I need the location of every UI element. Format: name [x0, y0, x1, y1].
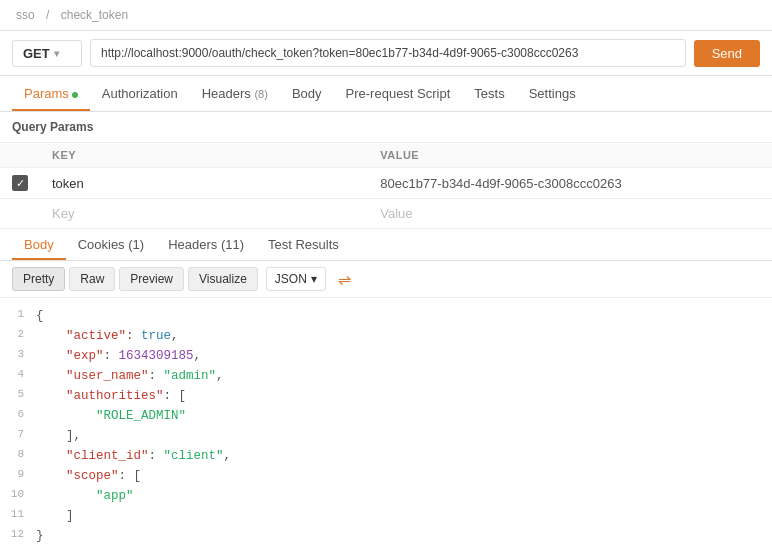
- request-tabs: Params Authorization Headers (8) Body Pr…: [0, 76, 772, 112]
- row-checkbox[interactable]: ✓: [12, 175, 28, 191]
- format-value: JSON: [275, 272, 307, 286]
- json-punctuation: ,: [194, 349, 202, 363]
- row-value-cell[interactable]: 80ec1b77-b34d-4d9f-9065-c3008ccc0263: [368, 168, 772, 199]
- json-string: "client": [164, 449, 224, 463]
- json-punctuation: : [: [119, 469, 142, 483]
- code-line: 12}: [0, 526, 772, 546]
- line-content: "app": [36, 486, 764, 506]
- line-number: 3: [8, 346, 36, 364]
- json-key: "exp": [66, 349, 104, 363]
- json-key: "scope": [66, 469, 119, 483]
- breadcrumb-check-token[interactable]: check_token: [61, 8, 128, 22]
- query-params-label: Query Params: [0, 112, 772, 143]
- visualize-button[interactable]: Visualize: [188, 267, 258, 291]
- json-punctuation: ,: [224, 449, 232, 463]
- code-line: 9 "scope": [: [0, 466, 772, 486]
- code-line: 8 "client_id": "client",: [0, 446, 772, 466]
- code-line: 1{: [0, 306, 772, 326]
- line-number: 2: [8, 326, 36, 344]
- json-string: "ROLE_ADMIN": [96, 409, 186, 423]
- line-content: "active": true,: [36, 326, 764, 346]
- response-tabs: Body Cookies (1) Headers (11) Test Resul…: [0, 229, 772, 261]
- breadcrumb: sso / check_token: [0, 0, 772, 31]
- json-number: 1634309185: [119, 349, 194, 363]
- table-row: ✓ token 80ec1b77-b34d-4d9f-9065-c3008ccc…: [0, 168, 772, 199]
- send-button[interactable]: Send: [694, 40, 760, 67]
- tab-params[interactable]: Params: [12, 76, 90, 111]
- code-line: 3 "exp": 1634309185,: [0, 346, 772, 366]
- placeholder-key[interactable]: Key: [40, 199, 368, 229]
- breadcrumb-separator: /: [46, 8, 53, 22]
- code-line: 4 "user_name": "admin",: [0, 366, 772, 386]
- line-number: 11: [8, 506, 36, 524]
- resp-tab-cookies[interactable]: Cookies (1): [66, 229, 156, 260]
- params-header-row: KEY VALUE: [0, 143, 772, 168]
- json-punctuation: :: [126, 329, 141, 343]
- line-content: "ROLE_ADMIN": [36, 406, 764, 426]
- line-content: {: [36, 306, 764, 326]
- json-punctuation: :: [149, 369, 164, 383]
- params-placeholder-row: Key Value: [0, 199, 772, 229]
- params-dot: [72, 92, 78, 98]
- tab-tests[interactable]: Tests: [462, 76, 516, 111]
- line-number: 1: [8, 306, 36, 324]
- resp-tab-test-results[interactable]: Test Results: [256, 229, 351, 260]
- json-key: "active": [66, 329, 126, 343]
- json-boolean: true: [141, 329, 171, 343]
- line-number: 6: [8, 406, 36, 424]
- format-select[interactable]: JSON ▾: [266, 267, 326, 291]
- line-number: 12: [8, 526, 36, 544]
- json-punctuation: : [: [164, 389, 187, 403]
- tab-settings[interactable]: Settings: [517, 76, 588, 111]
- code-line: 10 "app": [0, 486, 772, 506]
- line-content: ],: [36, 426, 764, 446]
- code-line: 5 "authorities": [: [0, 386, 772, 406]
- line-number: 7: [8, 426, 36, 444]
- tab-body[interactable]: Body: [280, 76, 334, 111]
- json-punctuation: ,: [216, 369, 224, 383]
- tab-pre-request[interactable]: Pre-request Script: [334, 76, 463, 111]
- url-bar: GET ▾ Send: [0, 31, 772, 76]
- line-content: "exp": 1634309185,: [36, 346, 764, 366]
- json-string: "app": [96, 489, 134, 503]
- tab-headers[interactable]: Headers (8): [190, 76, 280, 111]
- wrap-icon[interactable]: ⇌: [338, 270, 351, 289]
- code-line: 6 "ROLE_ADMIN": [0, 406, 772, 426]
- json-key: "user_name": [66, 369, 149, 383]
- resp-tab-headers[interactable]: Headers (11): [156, 229, 256, 260]
- json-bracket: }: [36, 529, 44, 543]
- tab-authorization[interactable]: Authorization: [90, 76, 190, 111]
- code-line: 2 "active": true,: [0, 326, 772, 346]
- chevron-down-icon: ▾: [54, 48, 59, 59]
- format-toolbar: Pretty Raw Preview Visualize JSON ▾ ⇌: [0, 261, 772, 298]
- json-key: "authorities": [66, 389, 164, 403]
- line-content: }: [36, 526, 764, 546]
- line-content: "client_id": "client",: [36, 446, 764, 466]
- url-input[interactable]: [90, 39, 686, 67]
- raw-button[interactable]: Raw: [69, 267, 115, 291]
- line-number: 10: [8, 486, 36, 504]
- method-label: GET: [23, 46, 50, 61]
- json-bracket: ]: [66, 509, 74, 523]
- json-key: "client_id": [66, 449, 149, 463]
- line-number: 4: [8, 366, 36, 384]
- preview-button[interactable]: Preview: [119, 267, 184, 291]
- key-column-header: KEY: [40, 143, 368, 168]
- checkbox-col-header: [0, 143, 40, 168]
- json-bracket: ],: [66, 429, 81, 443]
- line-content: ]: [36, 506, 764, 526]
- row-key-cell[interactable]: token: [40, 168, 368, 199]
- breadcrumb-sso[interactable]: sso: [16, 8, 35, 22]
- resp-tab-body[interactable]: Body: [12, 229, 66, 260]
- pretty-button[interactable]: Pretty: [12, 267, 65, 291]
- row-checkbox-cell[interactable]: ✓: [0, 168, 40, 199]
- placeholder-value[interactable]: Value: [368, 199, 772, 229]
- line-content: "user_name": "admin",: [36, 366, 764, 386]
- method-dropdown[interactable]: GET ▾: [12, 40, 82, 67]
- code-line: 11 ]: [0, 506, 772, 526]
- json-punctuation: ,: [171, 329, 179, 343]
- json-string: "admin": [164, 369, 217, 383]
- json-bracket: {: [36, 309, 44, 323]
- line-number: 5: [8, 386, 36, 404]
- line-number: 8: [8, 446, 36, 464]
